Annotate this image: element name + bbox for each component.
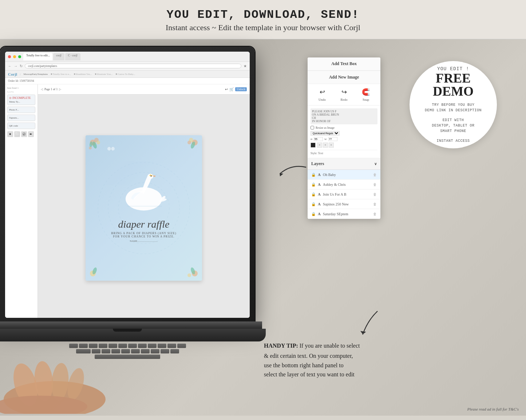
- layer-join-us[interactable]: 🔒 A Join Us For A B 🗑: [308, 189, 380, 199]
- type-icon-2: A: [318, 182, 321, 187]
- key: [177, 344, 186, 348]
- menu-ty-item[interactable]: ⊙ INCOMPLETE Menu Ty...: [7, 95, 35, 105]
- redo-icon: ↪: [339, 88, 349, 96]
- dot-green: [18, 55, 21, 58]
- align-center[interactable]: ≡: [323, 143, 328, 148]
- laptop-hinge: [0, 321, 262, 329]
- width-input[interactable]: [328, 137, 337, 141]
- redo-btn[interactable]: ↪ Redo: [339, 88, 349, 101]
- corjl-panel: Add Text Box Add New Image ↩ Undo ↪ Redo…: [308, 57, 380, 219]
- tab-1[interactable]: Totally free to edit...: [23, 53, 52, 60]
- type-icon-4: A: [318, 202, 321, 206]
- tool-icons: ✦ ⬜ ☑ ✒: [7, 131, 35, 137]
- swan-area: [118, 173, 169, 215]
- key: [158, 344, 166, 348]
- resize-image-toggle[interactable]: Resize as Image: [311, 126, 377, 129]
- snap-label: Snap: [363, 98, 369, 101]
- layers-chevron[interactable]: ∨: [374, 162, 377, 166]
- dot-red: [8, 55, 11, 58]
- layer-supinos[interactable]: 🔒 A Supinos 250 New 🗑: [308, 199, 380, 209]
- delete-icon-2[interactable]: 🗑: [373, 183, 377, 187]
- layer-ashley-chris[interactable]: 🔒 A Ashley & Chris 🗑: [308, 180, 380, 189]
- signature-item[interactable]: Signatu...: [7, 115, 35, 121]
- key: [138, 344, 147, 348]
- key: [102, 349, 110, 353]
- main-content: Totally free to edit... corjl C · corjl …: [0, 39, 526, 416]
- screen-content: Totally free to edit... corjl C · corjl …: [5, 52, 250, 318]
- floral-tl: [87, 137, 109, 159]
- type-icon-3: A: [318, 192, 321, 196]
- arrow-left-svg: [274, 152, 312, 189]
- undo-btn-small[interactable]: ↩: [225, 87, 228, 91]
- layer-saturday[interactable]: 🔒 A Saturday SEptem 🗑: [308, 209, 380, 219]
- layer-oh-baby[interactable]: 🔒 A Oh Baby 🗑: [308, 170, 380, 180]
- butterfly-1: [107, 146, 115, 153]
- photo-f-item[interactable]: Photo F...: [7, 107, 35, 113]
- delete-icon-3[interactable]: 🗑: [373, 192, 377, 196]
- snap-btn[interactable]: 🧲 Snap: [361, 88, 371, 101]
- tool-icon-4[interactable]: ✒: [28, 131, 34, 137]
- delete-icon-4[interactable]: 🗑: [373, 202, 377, 206]
- key: [92, 349, 100, 353]
- delete-icon-1[interactable]: 🗑: [373, 173, 377, 177]
- tab-3[interactable]: C · corjl: [65, 53, 80, 60]
- tc-notice: Please read ad in full for T&C's: [467, 407, 519, 411]
- resize-checkbox[interactable]: [311, 126, 314, 129]
- key: [148, 344, 157, 348]
- tab-2[interactable]: corjl: [53, 53, 64, 60]
- bookmark-4: ■ Illustrate You...: [95, 73, 112, 76]
- width-label: W: [324, 138, 327, 141]
- keyboard-row-1: [0, 344, 255, 348]
- editor-area: best food 1 5.1 F S ⊙ INCOMPLETE Menu Ty…: [5, 84, 250, 318]
- add-text-box-btn[interactable]: Add Text Box: [308, 57, 380, 71]
- text-preview-box: PLEASE JOIN US F ON A BRIDAL BRUN CH IN …: [311, 108, 377, 124]
- align-right[interactable]: ≡: [329, 143, 334, 148]
- svg-point-25: [187, 273, 191, 277]
- swan-svg: [118, 173, 169, 213]
- unlock-btn[interactable]: Unlock: [235, 87, 247, 91]
- lock-icon-3: 🔒: [311, 192, 316, 196]
- layer-name-2: Ashley & Chris: [323, 183, 371, 187]
- demo-line2: DEMO LINK IN DESCRIPTION: [425, 108, 482, 113]
- qr-item[interactable]: QR code: [7, 123, 35, 129]
- tool-icon-3[interactable]: ☑: [21, 131, 27, 137]
- resize-label: Resize as Image: [316, 126, 335, 129]
- cart-icon[interactable]: 🛒: [229, 87, 234, 91]
- color-swatch[interactable]: [311, 143, 316, 148]
- incomplete-badge: ⊙ INCOMPLETE: [9, 96, 33, 100]
- editor-toolbar-row: ◁ Page 1 of 1 ▷ ↩ 🛒 Unlock: [38, 84, 250, 95]
- tip-body: & edit certain text. On your computer, u…: [264, 351, 402, 379]
- browser-toolbar: ← → ↻ corjl.com/partytemplates ★: [5, 62, 250, 71]
- color-controls: ≡ ≡ ≡: [311, 143, 377, 148]
- tip-header: HANDY TIP: If you are unable to select: [264, 343, 402, 349]
- key: [118, 344, 127, 348]
- add-new-image-btn[interactable]: Add New Image: [308, 71, 380, 84]
- demo-free: FREE: [436, 72, 471, 85]
- font-select[interactable]: Quicksand Regular: [311, 131, 340, 136]
- svg-point-14: [111, 147, 115, 151]
- tip-title: HANDY TIP:: [264, 343, 298, 349]
- tool-icon-1[interactable]: ✦: [7, 131, 13, 137]
- height-input[interactable]: [314, 137, 323, 141]
- align-left[interactable]: ≡: [317, 143, 322, 148]
- dot-yellow: [13, 55, 16, 58]
- tool-icon-2[interactable]: ⬜: [14, 131, 20, 137]
- bookmark-2: ■ Totally free to e...: [51, 73, 71, 76]
- laptop-screen-frame: Totally free to edit... corjl C · corjl …: [0, 47, 255, 323]
- svg-point-19: [151, 176, 152, 177]
- layers-title: Layers: [311, 161, 324, 167]
- size-controls: H W: [311, 137, 377, 141]
- floral-tr: [178, 137, 200, 159]
- tip-body-text: If you are unable to select: [300, 343, 360, 349]
- panel-tools: ↩ Undo ↪ Redo 🧲 Snap: [308, 84, 380, 105]
- floral-br-svg: [178, 257, 200, 279]
- redo-label: Redo: [341, 98, 348, 101]
- layer-name-5: Saturday SEptem: [323, 212, 371, 216]
- undo-btn[interactable]: ↩ Undo: [317, 88, 327, 101]
- svg-point-13: [107, 147, 111, 151]
- delete-icon-5[interactable]: 🗑: [373, 212, 377, 216]
- banner-subtitle: Instant access ~ Edit the template in yo…: [7, 23, 519, 32]
- floral-br: [178, 257, 200, 279]
- url-bar[interactable]: corjl.com/partytemplates: [25, 64, 241, 68]
- demo-circle: YOU EDIT ! FREE DEMO TRY BEFORE YOU BUY …: [410, 61, 497, 148]
